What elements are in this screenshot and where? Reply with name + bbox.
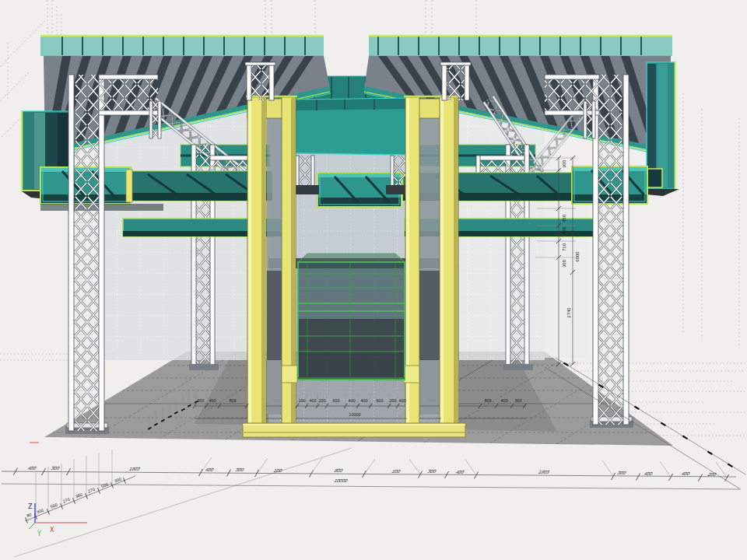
- portal-frame-left[interactable]: [246, 96, 297, 432]
- dim-total-label: 10000: [349, 412, 360, 417]
- dim-label: 300: [562, 159, 566, 168]
- dim-label: 400: [209, 398, 216, 403]
- dim-label: 300: [562, 259, 566, 268]
- portal-frame-right[interactable]: [404, 96, 460, 432]
- dim-label: 809: [229, 398, 236, 403]
- dim-label: 300: [197, 398, 204, 403]
- dim-label: 300: [562, 226, 566, 235]
- top-truss-right[interactable]: [440, 62, 471, 100]
- dim-label: 400: [500, 398, 507, 403]
- top-truss-left[interactable]: [245, 62, 275, 100]
- stage-base-frame[interactable]: [243, 423, 465, 437]
- dim-label: 450: [562, 214, 566, 222]
- dim-label: 400: [398, 398, 405, 403]
- glass-cage[interactable]: [298, 254, 405, 380]
- dim-label: 200: [318, 398, 325, 403]
- dim-label: 200: [389, 398, 396, 403]
- dim-label: 300: [514, 398, 521, 403]
- dim-label: 400: [348, 398, 355, 403]
- dim-label: 400: [360, 398, 367, 403]
- center-canopy[interactable]: [293, 98, 413, 155]
- cad-viewport[interactable]: 300 450 300 710 300 2740 6000 300 400 80…: [0, 0, 747, 560]
- dim-label: 400: [309, 398, 316, 403]
- dim-label: 200: [298, 398, 305, 403]
- right-end-wall[interactable]: [646, 62, 679, 196]
- dim-label: 2740: [566, 307, 571, 318]
- dim-total-label: 6000: [575, 251, 580, 262]
- dim-label: 710: [562, 243, 566, 251]
- y-axis-label: Y: [37, 530, 41, 537]
- z-axis-label: Z: [28, 503, 33, 510]
- dim-label: 600: [332, 398, 339, 403]
- x-axis-label: X: [50, 527, 54, 534]
- dim-label: 809: [484, 398, 491, 403]
- dim-label: 600: [376, 398, 383, 403]
- dim-label: 1600: [271, 398, 279, 403]
- dim-label: 1600: [426, 398, 434, 403]
